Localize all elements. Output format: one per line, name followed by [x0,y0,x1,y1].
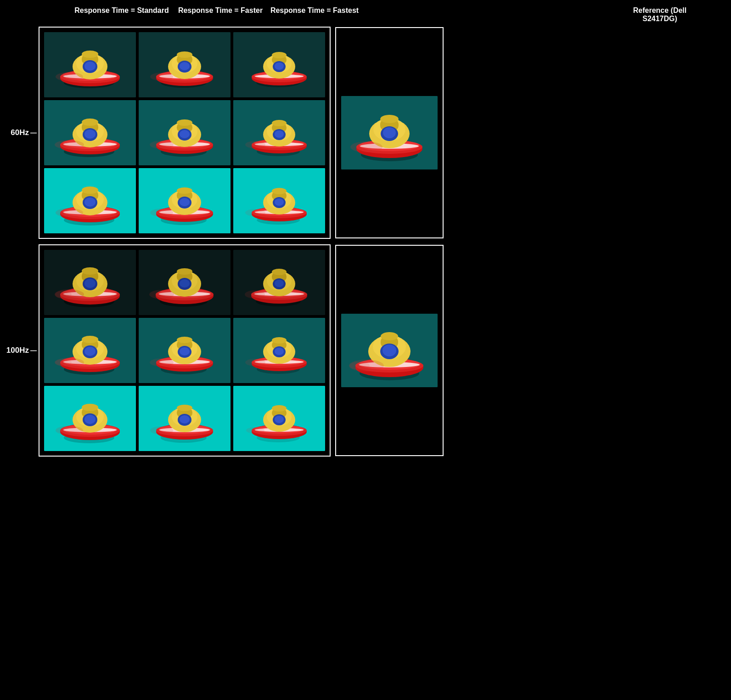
cell-100hz-r1c1 [44,250,136,315]
svg-point-12 [56,72,83,81]
cell-60hz-r3c2 [139,168,231,233]
cell-60hz-r1c1 [44,32,136,97]
cell-100hz-r1c3 [233,250,325,315]
svg-point-50 [55,140,84,149]
ref-cell-100hz [341,314,438,387]
svg-point-24 [180,62,190,70]
svg-point-22 [177,51,192,58]
svg-point-102 [150,209,173,217]
svg-point-142 [55,291,72,298]
svg-point-114 [275,198,284,206]
svg-point-195 [150,358,174,367]
header-col1: Response Time = Standard [71,6,172,23]
svg-point-115 [245,209,265,216]
svg-point-60 [177,119,192,126]
svg-point-168 [245,290,265,299]
svg-point-62 [180,130,190,138]
svg-point-218 [82,404,98,411]
svg-point-178 [82,336,98,343]
svg-point-11 [84,62,96,71]
cell-100hz-r2c3 [233,318,325,383]
svg-point-89 [56,208,83,217]
svg-point-165 [272,269,287,275]
svg-point-25 [150,73,173,81]
svg-point-152 [177,268,192,275]
svg-point-140 [84,279,96,288]
cell-100hz-r2c2 [139,318,231,383]
svg-point-167 [275,280,284,287]
cell-60hz-r2c2 [139,100,231,165]
main-panel-60hz [39,27,331,239]
cell-60hz-r1c3 [233,32,325,97]
cell-60hz-r3c3 [233,168,325,233]
ref-cell-60hz [341,96,438,169]
header-col2: Response Time = Faster [172,6,269,23]
svg-point-155 [149,290,174,299]
svg-point-247 [246,427,264,434]
svg-point-127 [383,127,396,138]
svg-point-35 [272,52,287,58]
svg-point-138 [82,267,98,275]
svg-point-244 [272,405,287,412]
svg-point-182 [55,359,72,366]
cell-60hz-r2c1 [44,100,136,165]
header-col3: Response Time = Fastest [269,6,360,23]
header-col4: Reference (Dell S2417DG) [616,6,731,23]
svg-point-128 [350,141,382,152]
svg-point-37 [275,62,284,70]
svg-point-88 [84,198,96,207]
svg-point-180 [84,347,96,356]
cell-100hz-r1c2 [139,250,231,315]
svg-point-125 [380,115,399,123]
cell-100hz-r3c3 [233,386,325,451]
svg-point-261 [349,361,370,370]
svg-point-231 [177,405,192,411]
svg-point-194 [180,347,190,356]
cell-60hz-r1c2 [139,32,231,97]
svg-point-75 [275,130,284,138]
svg-point-233 [180,415,190,423]
svg-point-73 [272,120,287,126]
ref-panel-60hz [335,27,444,238]
svg-point-154 [180,279,190,288]
svg-point-99 [177,187,192,194]
hz-label-100: 100Hz — [5,346,37,355]
svg-point-9 [82,51,98,58]
hz-label-60: 60Hz — [5,128,37,137]
svg-point-49 [84,130,96,139]
svg-point-86 [82,186,98,194]
svg-point-63 [150,141,174,149]
svg-point-220 [84,415,96,424]
svg-point-259 [382,344,396,356]
svg-point-192 [177,337,192,343]
svg-point-207 [275,348,284,355]
svg-point-101 [180,198,190,206]
cell-60hz-r2c3 [233,100,325,165]
svg-point-112 [272,188,287,194]
cell-100hz-r2c1 [44,318,136,383]
svg-point-246 [275,416,284,423]
cell-100hz-r3c1 [44,386,136,451]
svg-point-234 [150,426,173,435]
svg-point-76 [245,141,265,148]
main-panel-100hz [39,244,331,457]
ref-panel-100hz [335,245,444,456]
cell-100hz-r3c2 [139,386,231,451]
svg-point-257 [381,332,398,340]
svg-point-208 [245,359,265,366]
svg-point-205 [272,337,287,344]
svg-point-47 [82,119,98,126]
svg-point-221 [56,426,83,435]
cell-60hz-r3c1 [44,168,136,233]
